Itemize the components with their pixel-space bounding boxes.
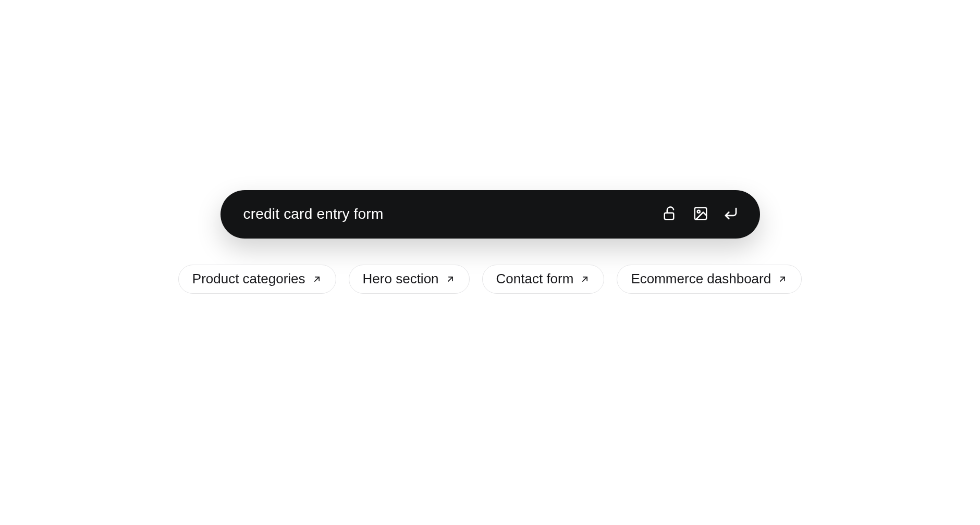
suggestion-hero-section[interactable]: Hero section <box>349 265 470 294</box>
suggestion-label: Ecommerce dashboard <box>631 271 771 287</box>
unlock-icon <box>663 206 678 223</box>
arrow-up-right-icon <box>777 274 788 284</box>
svg-line-3 <box>314 277 318 281</box>
arrow-up-right-icon <box>445 274 456 284</box>
attach-image-button[interactable] <box>691 205 710 223</box>
svg-point-2 <box>697 210 700 213</box>
submit-button[interactable] <box>721 205 740 223</box>
command-bar <box>220 190 760 239</box>
command-actions <box>661 205 740 223</box>
image-icon <box>693 206 708 223</box>
suggestion-product-categories[interactable]: Product categories <box>178 265 336 294</box>
arrow-up-right-icon <box>312 274 322 284</box>
suggestion-label: Contact form <box>496 271 574 287</box>
suggestion-ecommerce-dashboard[interactable]: Ecommerce dashboard <box>617 265 802 294</box>
svg-line-4 <box>448 277 452 281</box>
suggestion-label: Hero section <box>363 271 439 287</box>
privacy-toggle-button[interactable] <box>661 205 680 223</box>
command-input[interactable] <box>243 206 661 222</box>
suggestion-label: Product categories <box>192 271 305 287</box>
suggestions-row: Product categories Hero section Contact … <box>178 265 802 294</box>
prompt-area: Product categories Hero section Contact … <box>178 190 802 294</box>
svg-rect-0 <box>664 213 673 219</box>
svg-line-6 <box>780 277 785 281</box>
svg-line-5 <box>583 277 587 281</box>
enter-icon <box>723 206 739 223</box>
suggestion-contact-form[interactable]: Contact form <box>482 265 605 294</box>
arrow-up-right-icon <box>580 274 590 284</box>
